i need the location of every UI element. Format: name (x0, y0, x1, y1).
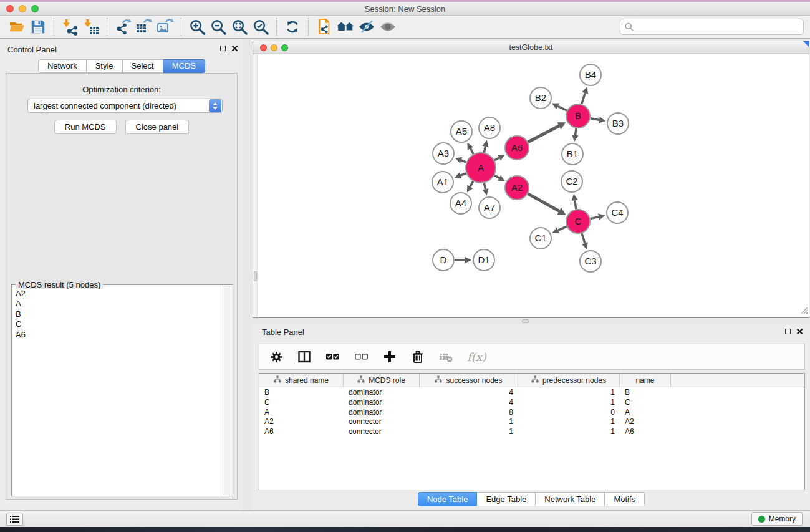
graph-node-C4[interactable]: C4 (607, 202, 628, 223)
memory-button[interactable]: Memory (751, 512, 803, 526)
deselect-all-icon[interactable] (354, 350, 369, 364)
show-columns-icon[interactable] (297, 350, 311, 364)
column-header-name[interactable]: name (620, 374, 671, 387)
close-panel-icon[interactable] (231, 45, 238, 52)
canvas-left-splitter[interactable] (253, 54, 258, 317)
import-network-icon[interactable] (59, 17, 80, 36)
clone-network-icon[interactable] (314, 17, 335, 36)
settings-gear-icon[interactable] (270, 351, 283, 364)
open-session-icon[interactable] (6, 17, 27, 36)
graph-node-A5[interactable]: A5 (451, 121, 472, 142)
search-input[interactable] (620, 19, 804, 35)
table-row[interactable]: Bdominator41B (259, 387, 804, 397)
mcds-result-item[interactable]: A6 (16, 330, 219, 340)
graph-node-A7[interactable]: A7 (479, 197, 500, 218)
table-row[interactable]: Cdominator41C (259, 397, 804, 407)
export-network-icon[interactable] (112, 17, 133, 36)
graph-node-D1[interactable]: D1 (473, 249, 494, 271)
splitter-grabber[interactable] (522, 319, 529, 323)
import-table-icon[interactable] (80, 17, 102, 36)
svg-text:B4: B4 (585, 69, 596, 80)
home-layout-icon[interactable] (335, 17, 356, 36)
graph-node-A2[interactable]: A2 (505, 176, 529, 200)
graph-node-C2[interactable]: C2 (561, 171, 582, 192)
mcds-result-item[interactable]: A (16, 299, 219, 309)
cell-MCDS-role: dominator (344, 397, 420, 407)
toolbar-separator (308, 18, 309, 36)
node-table: shared nameMCDS rolesuccessor nodesprede… (259, 373, 805, 490)
graph-node-B[interactable]: B (566, 104, 590, 128)
zoom-fit-icon[interactable] (229, 17, 250, 36)
table-row[interactable]: A6connector11A6 (259, 427, 804, 437)
mcds-result-scrollbar[interactable] (224, 286, 233, 495)
column-header-predecessor-nodes[interactable]: predecessor nodes (518, 374, 620, 387)
window-resize-grip-icon[interactable] (800, 306, 808, 317)
criterion-select[interactable]: largest connected component (directed) (27, 99, 223, 113)
graph-node-B4[interactable]: B4 (580, 64, 601, 85)
select-stepper-icon (209, 99, 221, 112)
graph-node-A4[interactable]: A4 (450, 193, 471, 214)
table-row[interactable]: Adominator80A (259, 407, 804, 417)
tab-edge-table[interactable]: Edge Table (477, 492, 536, 506)
hide-panels-eye-icon[interactable] (356, 17, 377, 36)
zoom-out-icon[interactable] (208, 17, 229, 36)
show-panels-eye-icon[interactable] (377, 17, 398, 36)
network-canvas[interactable]: B4B2BB3A8A5A6A3B1AA1C2A2A4A7C4CC1C3DD1 (253, 54, 809, 317)
svg-text:D1: D1 (478, 254, 489, 265)
svg-text:C: C (575, 216, 582, 226)
add-column-icon[interactable] (383, 350, 397, 364)
graph-node-A6[interactable]: A6 (505, 136, 529, 160)
graph-node-D[interactable]: D (433, 249, 454, 271)
float-panel-icon[interactable] (220, 46, 226, 51)
column-header-filler (671, 374, 804, 387)
mcds-result-item[interactable]: C (16, 319, 219, 329)
zoom-in-icon[interactable] (186, 17, 208, 36)
export-table-icon[interactable] (133, 17, 155, 36)
task-history-button[interactable] (6, 513, 23, 526)
column-header-MCDS-role[interactable]: MCDS role (344, 374, 420, 387)
search-icon (625, 22, 634, 34)
select-all-icon[interactable] (325, 350, 340, 364)
table-toolbar: f(x) (259, 344, 805, 370)
table-row[interactable]: A2connector11A2 (259, 417, 804, 427)
graph-node-B2[interactable]: B2 (530, 87, 551, 109)
mcds-result-item[interactable]: B (16, 309, 219, 319)
float-panel-icon[interactable] (785, 329, 791, 334)
graph-node-A8[interactable]: A8 (479, 117, 500, 138)
graph-node-C[interactable]: C (566, 210, 590, 233)
tab-style[interactable]: Style (87, 59, 123, 73)
close-panel-icon[interactable] (796, 328, 803, 335)
network-graph[interactable]: B4B2BB3A8A5A6A3B1AA1C2A2A4A7C4CC1C3DD1 (253, 54, 809, 317)
network-window-titlebar[interactable]: testGlobe.txt (253, 41, 809, 54)
control-panel: Control Panel NetworkStyleSelectMCDS Opt… (0, 39, 243, 510)
application-window: Session: New Session Control Panel (0, 0, 810, 532)
export-image-icon[interactable] (155, 17, 176, 36)
graph-node-A1[interactable]: A1 (432, 172, 453, 193)
mcds-result-item[interactable]: A2 (16, 289, 219, 299)
graph-node-A[interactable]: A (466, 153, 496, 183)
refresh-icon[interactable] (282, 17, 303, 36)
cell-name: A2 (620, 417, 671, 427)
delete-selection-icon[interactable] (411, 350, 425, 364)
column-header-shared-name[interactable]: shared name (259, 374, 344, 387)
save-session-icon[interactable] (27, 17, 49, 36)
graph-node-B3[interactable]: B3 (607, 113, 629, 134)
tab-motifs[interactable]: Motifs (605, 492, 645, 506)
zoom-selected-icon[interactable] (250, 17, 271, 36)
tab-network-table[interactable]: Network Table (536, 492, 605, 506)
column-header-successor-nodes[interactable]: successor nodes (420, 374, 518, 387)
tab-select[interactable]: Select (123, 59, 163, 73)
graph-node-C1[interactable]: C1 (530, 228, 551, 249)
run-mcds-button[interactable]: Run MCDS (54, 120, 117, 134)
tab-mcds[interactable]: MCDS (163, 59, 205, 73)
horizontal-splitter[interactable] (253, 318, 810, 324)
graph-node-B1[interactable]: B1 (562, 143, 583, 165)
graph-node-C3[interactable]: C3 (580, 251, 601, 272)
splitter-grabber[interactable] (254, 271, 257, 281)
network-window-title: testGlobe.txt (253, 43, 809, 52)
tab-network[interactable]: Network (38, 59, 87, 73)
close-panel-button[interactable]: Close panel (125, 120, 190, 134)
graph-node-A3[interactable]: A3 (433, 143, 454, 164)
tab-node-table[interactable]: Node Table (418, 492, 478, 506)
svg-text:A3: A3 (438, 148, 449, 158)
